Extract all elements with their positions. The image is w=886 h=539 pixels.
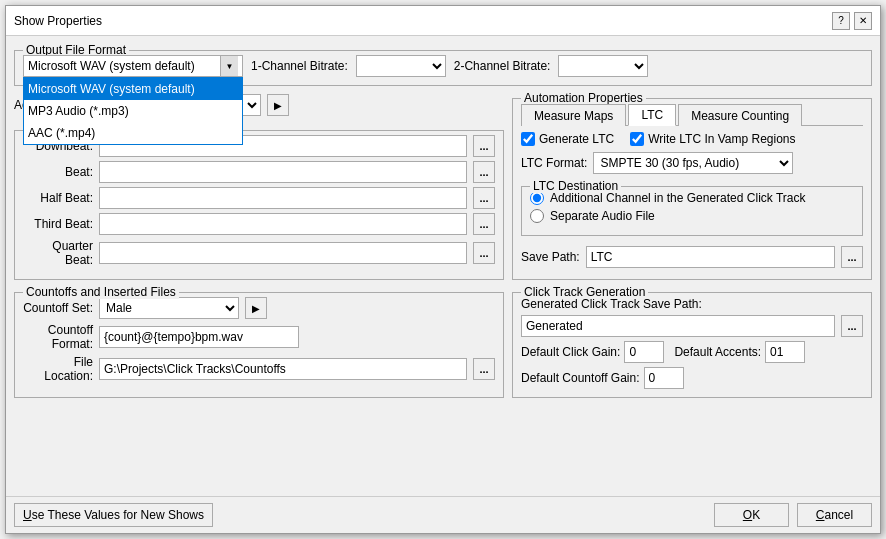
cancel-button[interactable]: Cancel bbox=[797, 503, 872, 527]
file-location-input[interactable] bbox=[99, 358, 467, 380]
quarter-beat-row: Quarter Beat: ... bbox=[23, 239, 495, 267]
third-beat-row: Third Beat: ... bbox=[23, 213, 495, 235]
accent-play-button[interactable]: ▶ bbox=[267, 94, 289, 116]
tab-ltc[interactable]: LTC bbox=[628, 104, 676, 126]
quarter-beat-input[interactable] bbox=[99, 242, 467, 264]
file-location-label: File Location: bbox=[23, 355, 93, 383]
click-gain-input[interactable] bbox=[624, 341, 664, 363]
accents-input[interactable] bbox=[765, 341, 805, 363]
write-ltc-checkbox[interactable] bbox=[630, 132, 644, 146]
click-gain-label: Default Click Gain: bbox=[521, 345, 620, 359]
use-values-label: se These Values for New Shows bbox=[32, 508, 204, 522]
countoff-gain-input[interactable] bbox=[644, 367, 684, 389]
ok-button[interactable]: OK bbox=[714, 503, 789, 527]
dialog-title: Show Properties bbox=[14, 14, 102, 28]
beat-browse-button[interactable]: ... bbox=[473, 161, 495, 183]
beat-row: Beat: ... bbox=[23, 161, 495, 183]
countoff-format-input[interactable] bbox=[99, 326, 299, 348]
countoff-set-select[interactable]: Male bbox=[99, 297, 239, 319]
quarter-beat-browse-button[interactable]: ... bbox=[473, 242, 495, 264]
help-button[interactable]: ? bbox=[832, 12, 850, 30]
bitrate-2-select[interactable] bbox=[558, 55, 648, 77]
tab-measure-counting[interactable]: Measure Counting bbox=[678, 104, 802, 126]
dialog-window: Show Properties ? ✕ Output File Format M… bbox=[5, 5, 881, 534]
countoffs-label: Countoffs and Inserted Files bbox=[23, 285, 179, 299]
countoff-gain-item: Default Countoff Gain: bbox=[521, 367, 684, 389]
dest-option-1-label: Separate Audio File bbox=[550, 209, 655, 223]
generate-ltc-checkbox[interactable] bbox=[521, 132, 535, 146]
save-path-row: Save Path: ... bbox=[521, 246, 863, 268]
countoff-gain-label: Default Countoff Gain: bbox=[521, 371, 640, 385]
output-format-group: Output File Format Microsoft WAV (system… bbox=[14, 50, 872, 86]
dest-option-0-radio[interactable] bbox=[530, 191, 544, 205]
automation-group: Automation Properties Measure Maps LTC M… bbox=[512, 98, 872, 280]
bottom-section: Countoffs and Inserted Files Countoff Se… bbox=[14, 286, 872, 398]
format-dropdown[interactable]: Microsoft WAV (system default) ▼ bbox=[23, 55, 243, 77]
ltc-destination-label: LTC Destination bbox=[530, 179, 621, 193]
dropdown-option-2[interactable]: AAC (*.mp4) bbox=[24, 122, 242, 144]
ct-save-path-label-row: Generated Click Track Save Path: bbox=[521, 297, 863, 311]
generate-ltc-label: Generate LTC bbox=[539, 132, 614, 146]
click-track-group: Click Track Generation Generated Click T… bbox=[512, 292, 872, 398]
output-format-row: Microsoft WAV (system default) ▼ Microso… bbox=[23, 55, 863, 77]
save-path-browse-button[interactable]: ... bbox=[841, 246, 863, 268]
countoff-play-button[interactable]: ▶ bbox=[245, 297, 267, 319]
ltc-format-row: LTC Format: SMPTE 30 (30 fps, Audio) bbox=[521, 152, 863, 174]
ok-underline: O bbox=[743, 508, 752, 522]
ct-browse-button[interactable]: ... bbox=[841, 315, 863, 337]
title-bar: Show Properties ? ✕ bbox=[6, 6, 880, 36]
downbeat-browse-button[interactable]: ... bbox=[473, 135, 495, 157]
title-bar-controls: ? ✕ bbox=[832, 12, 872, 30]
dropdown-arrow-icon: ▼ bbox=[220, 56, 238, 76]
format-dropdown-value: Microsoft WAV (system default) bbox=[28, 59, 220, 73]
beat-label: Beat: bbox=[23, 165, 93, 179]
countoff-format-row: Countoff Format: bbox=[23, 323, 495, 351]
half-beat-label: Half Beat: bbox=[23, 191, 93, 205]
dest-option-1-radio[interactable] bbox=[530, 209, 544, 223]
dropdown-option-0[interactable]: Microsoft WAV (system default) bbox=[24, 78, 242, 100]
tab-measure-maps[interactable]: Measure Maps bbox=[521, 104, 626, 126]
half-beat-input[interactable] bbox=[99, 187, 467, 209]
accents-label: Default Accents: bbox=[674, 345, 761, 359]
third-beat-input[interactable] bbox=[99, 213, 467, 235]
ct-save-path-row: ... bbox=[521, 315, 863, 337]
accents-item: Default Accents: bbox=[674, 341, 805, 363]
third-beat-browse-button[interactable]: ... bbox=[473, 213, 495, 235]
dropdown-option-1[interactable]: MP3 Audio (*.mp3) bbox=[24, 100, 242, 122]
ltc-destination-group: LTC Destination Additional Channel in th… bbox=[521, 186, 863, 236]
automation-label: Automation Properties bbox=[521, 91, 646, 105]
beat-input[interactable] bbox=[99, 161, 467, 183]
half-beat-browse-button[interactable]: ... bbox=[473, 187, 495, 209]
countoff-format-label: Countoff Format: bbox=[23, 323, 93, 351]
click-gain-item: Default Click Gain: bbox=[521, 341, 664, 363]
bitrate-2-label: 2-Channel Bitrate: bbox=[454, 59, 551, 73]
save-path-input[interactable] bbox=[586, 246, 835, 268]
ok-label: K bbox=[752, 508, 760, 522]
countoff-set-row: Countoff Set: Male ▶ bbox=[23, 297, 495, 319]
countoffs-group: Countoffs and Inserted Files Countoff Se… bbox=[14, 292, 504, 398]
right-panel: Automation Properties Measure Maps LTC M… bbox=[512, 92, 872, 280]
bitrate-1-select[interactable] bbox=[356, 55, 446, 77]
dialog-body: Output File Format Microsoft WAV (system… bbox=[6, 36, 880, 496]
ct-save-path-input[interactable] bbox=[521, 315, 835, 337]
footer-left: Use These Values for New Shows bbox=[14, 503, 706, 527]
footer-right: OK Cancel bbox=[714, 503, 872, 527]
use-values-button[interactable]: Use These Values for New Shows bbox=[14, 503, 213, 527]
gain-row: Default Click Gain: Default Accents: bbox=[521, 341, 863, 363]
footer: Use These Values for New Shows OK Cancel bbox=[6, 496, 880, 533]
ct-save-path-label: Generated Click Track Save Path: bbox=[521, 297, 702, 311]
save-path-label: Save Path: bbox=[521, 250, 580, 264]
ltc-content: Generate LTC Write LTC In Vamp Regions L… bbox=[521, 132, 863, 268]
custom-accents-group: Custom Accents Downbeat: ... Beat: ... H… bbox=[14, 130, 504, 280]
close-button[interactable]: ✕ bbox=[854, 12, 872, 30]
format-dropdown-container: Microsoft WAV (system default) ▼ Microso… bbox=[23, 55, 243, 77]
ltc-format-select[interactable]: SMPTE 30 (30 fps, Audio) bbox=[593, 152, 793, 174]
bitrate-1-label: 1-Channel Bitrate: bbox=[251, 59, 348, 73]
click-track-label: Click Track Generation bbox=[521, 285, 648, 299]
cancel-label: ancel bbox=[824, 508, 853, 522]
file-location-browse-button[interactable]: ... bbox=[473, 358, 495, 380]
dest-option-0-label: Additional Channel in the Generated Clic… bbox=[550, 191, 805, 205]
ltc-format-label: LTC Format: bbox=[521, 156, 587, 170]
third-beat-label: Third Beat: bbox=[23, 217, 93, 231]
generate-ltc-item: Generate LTC bbox=[521, 132, 614, 146]
